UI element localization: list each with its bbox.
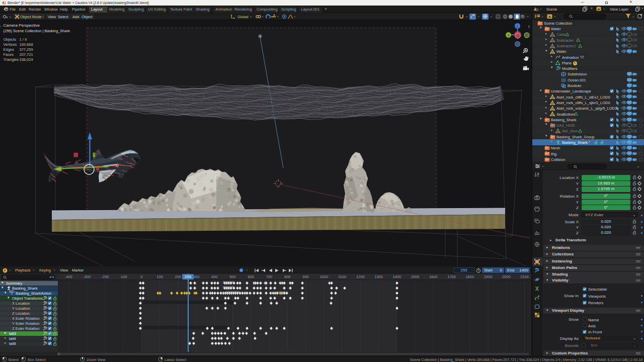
svg-text:Y: Y: [507, 34, 510, 37]
svg-text:Z: Z: [516, 25, 519, 28]
